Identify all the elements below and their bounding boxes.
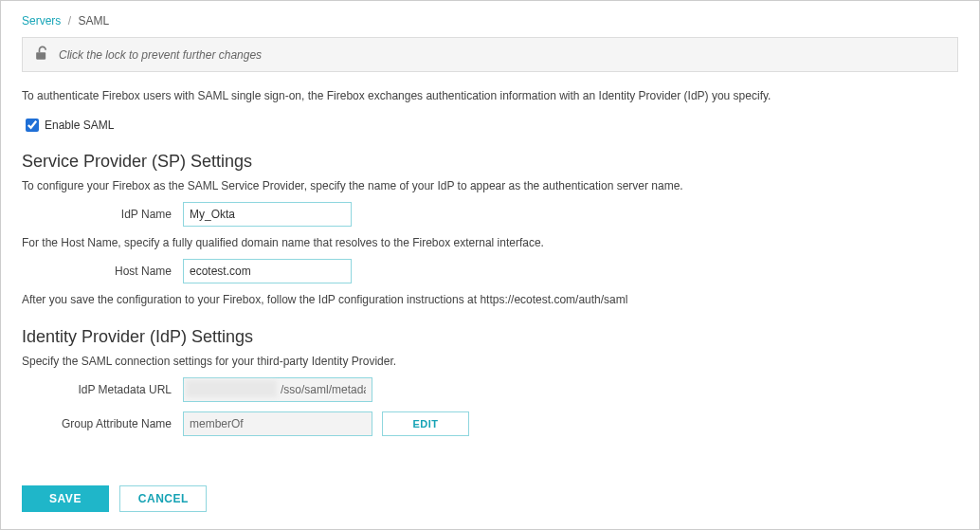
sp-desc1: To configure your Firebox as the SAML Se… (22, 179, 958, 192)
lock-bar: Click the lock to prevent further change… (22, 37, 958, 72)
edit-button[interactable]: Edit (382, 411, 469, 436)
idp-name-label: IdP Name (22, 208, 183, 221)
lock-bar-message: Click the lock to prevent further change… (59, 48, 262, 62)
intro-text: To authenticate Firebox users with SAML … (22, 89, 958, 102)
enable-saml-label[interactable]: Enable SAML (45, 119, 114, 132)
after-save-text: After you save the configuration to your… (22, 293, 958, 306)
unlock-icon[interactable] (32, 44, 51, 65)
group-attribute-name-input[interactable] (183, 411, 372, 436)
cancel-button[interactable]: Cancel (119, 485, 207, 512)
idp-name-input[interactable] (183, 202, 352, 227)
idp-metadata-url-label: IdP Metadata URL (22, 383, 183, 396)
svg-rect-0 (36, 52, 45, 59)
sp-settings-title: Service Provider (SP) Settings (22, 152, 958, 172)
host-name-label: Host Name (22, 265, 183, 278)
host-name-input[interactable] (183, 259, 352, 283)
save-button[interactable]: Save (22, 485, 109, 512)
group-attribute-name-label: Group Attribute Name (22, 417, 183, 430)
redacted-blur (186, 380, 277, 397)
sp-desc2: For the Host Name, specify a fully quali… (22, 236, 958, 249)
idp-settings-title: Identity Provider (IdP) Settings (22, 327, 958, 347)
breadcrumb-separator: / (68, 14, 71, 27)
enable-saml-checkbox[interactable] (26, 119, 39, 132)
breadcrumb-current: SAML (78, 14, 109, 27)
idp-desc: Specify the SAML connection settings for… (22, 355, 958, 368)
breadcrumb-servers-link[interactable]: Servers (22, 14, 61, 27)
breadcrumb: Servers / SAML (22, 14, 958, 27)
